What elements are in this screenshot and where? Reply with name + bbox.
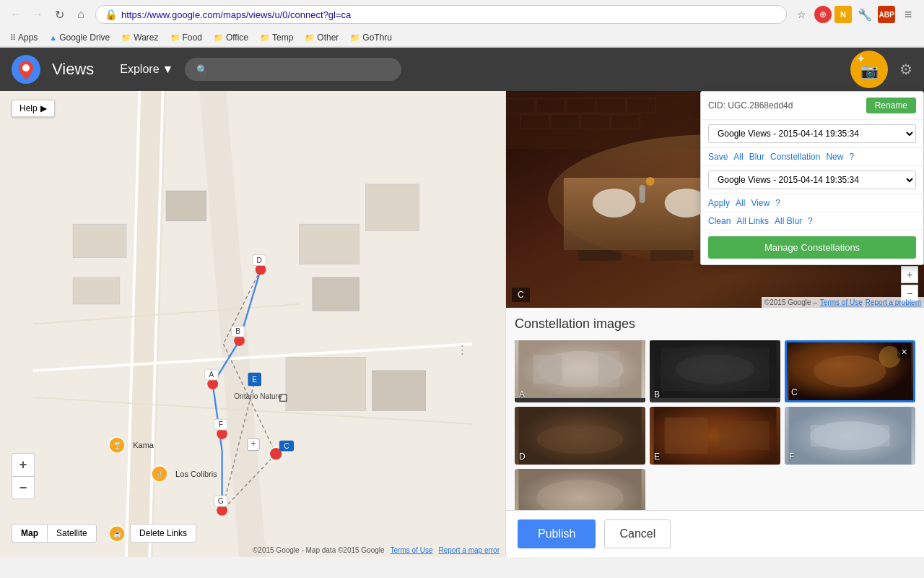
svg-rect-99 (665, 418, 708, 454)
url-text: https://www.google.com/maps/views/u/0/co… (121, 9, 777, 20)
map-terms-link[interactable]: Terms of Use (391, 546, 433, 554)
search-input[interactable] (214, 64, 390, 75)
map-copyright: ©2015 Google - Map data ©2015 Google (253, 546, 385, 554)
refresh-button[interactable]: ↻ (49, 4, 69, 25)
svg-rect-103 (811, 425, 890, 447)
image-terms-link[interactable]: Terms of Use (820, 298, 863, 306)
rename-button[interactable]: Rename (866, 98, 916, 113)
manage-constellations-button[interactable]: Manage Constellations (708, 236, 916, 259)
search-icon: 🔍 (196, 64, 208, 75)
svg-rect-16 (286, 358, 366, 411)
folder-other-icon: 📁 (305, 33, 315, 43)
constellation-thumb-f (785, 407, 915, 465)
question-link-1[interactable]: ? (849, 152, 854, 162)
constellation-thumb-d (515, 407, 645, 465)
folder-temp-icon: 📁 (260, 33, 270, 43)
constellation-item-d[interactable]: D (515, 407, 645, 465)
popup-actions-row-2: Apply All View ? (701, 194, 923, 212)
svg-text:F: F (219, 420, 223, 428)
question-link-2[interactable]: ? (775, 198, 780, 208)
app-title: Views (52, 60, 94, 79)
constellation-select-2[interactable]: Google Views - 2015-04-14 19:35:34 (708, 171, 916, 189)
constellation-item-a[interactable]: A (515, 340, 645, 402)
bookmark-warez[interactable]: 📁 Warez (117, 31, 162, 44)
menu-icon[interactable]: ≡ (898, 4, 918, 25)
svg-text:Ontario Nature: Ontario Nature (234, 392, 282, 400)
bookmark-other[interactable]: 📁 Other (300, 31, 343, 44)
bookmark-gothru[interactable]: 📁 GoThru (346, 31, 396, 44)
publish-button[interactable]: Publish (518, 519, 596, 548)
map-zoom-out-button[interactable]: − (12, 476, 35, 499)
delete-links-button[interactable]: Delete Links (130, 524, 196, 543)
svg-rect-10 (73, 224, 126, 257)
constellation-item-close-c[interactable]: ✕ (897, 345, 910, 358)
constellation-item-f[interactable]: F (785, 407, 915, 465)
svg-rect-14 (313, 277, 359, 311)
cancel-button[interactable]: Cancel (604, 519, 671, 548)
apps-icon: ⠿ (10, 33, 16, 43)
all-blur-link[interactable]: All Blur (775, 216, 802, 226)
bottom-bar: Publish Cancel (506, 510, 924, 557)
browser-toolbar: ← → ↻ ⌂ 🔒 https://www.google.com/maps/vi… (0, 0, 924, 29)
forward-button[interactable]: → (27, 4, 48, 25)
all-links-link[interactable]: All Links (736, 216, 769, 226)
right-panel: CID: UGC.2868edd4d Rename Google Views -… (505, 91, 924, 557)
extension3-icon[interactable]: ABP (878, 6, 895, 23)
all-link-2[interactable]: All (736, 198, 745, 208)
bookmark-food[interactable]: 📁 Food (166, 31, 206, 44)
bookmark-drive-label: Google Drive (59, 33, 110, 43)
extension1-icon[interactable]: N (834, 6, 852, 23)
clean-link[interactable]: Clean (708, 216, 731, 226)
svg-point-1 (22, 64, 30, 72)
bookmark-temp[interactable]: 📁 Temp (256, 31, 297, 44)
constellation-item-label-b: B (654, 389, 660, 400)
popup-actions-row-3: Clean All Links All Blur ? (701, 212, 923, 230)
constellation-select-1[interactable]: Google Views - 2015-04-14 19:35:34 (708, 124, 916, 143)
svg-text:🍴: 🍴 (156, 470, 165, 479)
address-bar[interactable]: 🔒 https://www.google.com/maps/views/u/0/… (95, 5, 787, 24)
popup-cid: CID: UGC.2868edd4d (708, 100, 862, 111)
home-button[interactable]: ⌂ (71, 4, 91, 25)
folder-food-icon: 📁 (170, 33, 180, 43)
map-footer: ©2015 Google - Map data ©2015 Google Ter… (0, 546, 505, 554)
image-zoom-in-button[interactable]: + (901, 266, 918, 283)
bookmark-temp-label: Temp (272, 33, 293, 43)
map-zoom-in-button[interactable]: + (12, 453, 35, 476)
bookmark-office[interactable]: 📁 Office (209, 31, 253, 44)
search-bar[interactable]: 🔍 (185, 58, 401, 81)
svg-rect-89 (598, 351, 620, 387)
map-report-link[interactable]: Report a map error (439, 546, 500, 554)
constellation-thumb-a (515, 340, 645, 398)
all-link-1[interactable]: All (733, 152, 743, 162)
extension2-icon[interactable]: 🔧 (855, 4, 875, 25)
svg-rect-11 (73, 277, 119, 304)
image-report-link[interactable]: Report a problem (866, 298, 921, 306)
cast-icon[interactable]: ⊕ (814, 6, 832, 23)
star-icon[interactable]: ☆ (791, 4, 811, 25)
save-link[interactable]: Save (708, 152, 728, 162)
question-link-3[interactable]: ? (808, 216, 813, 226)
constellation-link[interactable]: Constellation (770, 152, 820, 162)
view-link[interactable]: View (751, 198, 770, 208)
settings-icon[interactable]: ⚙ (899, 61, 912, 78)
bookmark-apps[interactable]: ⠿ Apps (6, 31, 42, 44)
apply-link[interactable]: Apply (708, 198, 730, 208)
constellation-item-c[interactable]: C ✕ (785, 340, 915, 402)
help-button[interactable]: Help ▶ (12, 100, 55, 117)
map-view-button[interactable]: Map (12, 524, 47, 543)
constellation-item-e[interactable]: E (650, 407, 780, 465)
add-photo-button[interactable]: + 📷 (850, 51, 888, 88)
blur-link[interactable]: Blur (749, 152, 764, 162)
svg-point-62 (593, 189, 636, 217)
constellation-grid: A B C ✕ (515, 340, 915, 510)
bookmark-drive[interactable]: ▲ Google Drive (45, 31, 114, 44)
constellation-item-g[interactable]: G (515, 469, 645, 510)
satellite-view-button[interactable]: Satellite (47, 524, 97, 543)
map-svg: A B C D E F (0, 91, 505, 557)
constellation-item-b[interactable]: B (650, 340, 780, 402)
back-button[interactable]: ← (6, 4, 26, 25)
explore-arrow-icon: ▼ (162, 63, 174, 76)
new-link[interactable]: New (826, 152, 843, 162)
explore-button[interactable]: Explore ▼ (120, 63, 173, 76)
folder-office-icon: 📁 (214, 33, 224, 43)
